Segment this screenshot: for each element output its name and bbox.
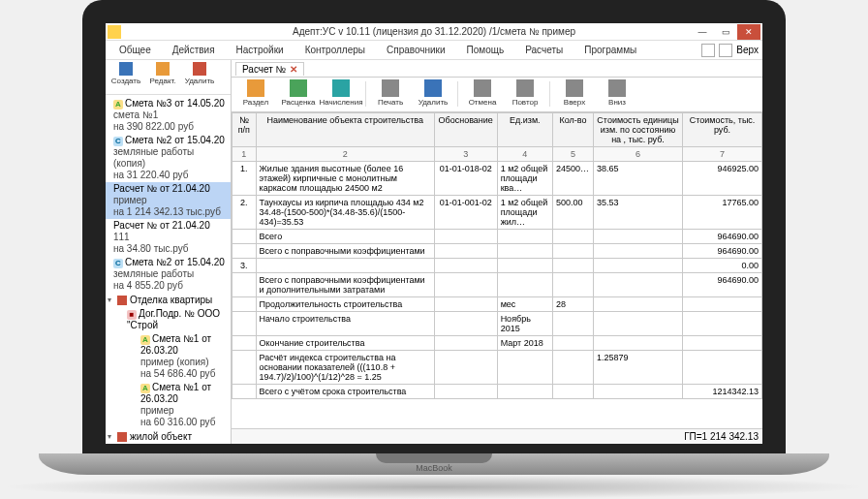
arrow-down-icon <box>608 79 626 97</box>
tb-undo[interactable]: Отмена <box>462 79 503 107</box>
arrow-up-icon <box>566 79 583 97</box>
minimize-button[interactable]: — <box>691 24 714 40</box>
tree-item[interactable]: АСмета №1 от 26.03.20примерна 60 316.00 … <box>133 381 231 429</box>
sidebar-create-button[interactable]: Создать <box>109 62 142 85</box>
laptop-label: MacBook <box>416 463 452 473</box>
table-row[interactable]: 3.0.00 <box>232 259 762 273</box>
tree-item[interactable]: АСмета №1 от 26.03.20пример (копия)на 54… <box>133 332 231 381</box>
rate-icon <box>290 79 307 97</box>
trash-icon <box>424 79 442 97</box>
window-title: Адепт:УС v 10.11 (лицензия до 31.12.2020… <box>293 26 575 37</box>
table-row[interactable]: Окончание строительстваМарт 2018 <box>232 336 762 351</box>
tab-close-icon[interactable]: ✕ <box>290 64 297 75</box>
maximize-button[interactable]: ▭ <box>714 24 737 40</box>
tb-redo[interactable]: Повтор <box>505 79 545 107</box>
menu-calc[interactable]: Расчеты <box>515 43 573 57</box>
calendar-button[interactable] <box>719 44 732 57</box>
delete-icon <box>193 62 206 76</box>
tab-label: Расчет № <box>242 64 286 75</box>
tb-delete[interactable]: Удалить <box>413 79 453 107</box>
menu-controllers[interactable]: Контроллеры <box>295 43 375 57</box>
table-row[interactable]: Начало строительстваНоябрь 2015 <box>232 312 762 336</box>
menu-help[interactable]: Помощь <box>457 43 514 57</box>
tb-print[interactable]: Печать <box>370 79 411 107</box>
tree-item[interactable]: ■Дог.Подр. № ООО "Строй <box>119 307 231 332</box>
status-total: ГП=1 214 342.13 <box>684 431 759 442</box>
tb-section[interactable]: Раздел <box>235 79 276 107</box>
grid-mode-button[interactable] <box>701 44 715 57</box>
menubar: Общее Действия Настройки Контроллеры Спр… <box>106 41 762 60</box>
tree-item[interactable]: ССмета №2 от 15.04.20 земляные работы (к… <box>106 134 231 182</box>
statusbar: ГП=1 214 342.13 <box>232 428 762 444</box>
tree-folder[interactable]: ▾Отделка квартиры <box>106 293 231 307</box>
col-qty[interactable]: Кол-во <box>552 113 593 147</box>
table-row[interactable]: Расчёт индекса строительства на основани… <box>232 351 762 385</box>
tb-rate[interactable]: Расценка <box>278 79 319 107</box>
col-unit[interactable]: Ед.изм. <box>497 113 552 147</box>
tab-estimate[interactable]: Расчет № ✕ <box>235 62 304 76</box>
menu-refs[interactable]: Справочники <box>377 43 455 57</box>
col-basis[interactable]: Обоснование <box>434 113 497 147</box>
table-row[interactable]: Продолжительность строительствамес28 <box>232 297 762 312</box>
redo-icon <box>516 79 534 97</box>
toolbar: Раздел Расценка Начисления Печать Удалит… <box>232 78 762 112</box>
edit-icon <box>156 62 170 76</box>
create-icon <box>119 62 133 76</box>
table-row[interactable]: Всего с поправочными коэффициентами96469… <box>232 244 762 259</box>
table-row[interactable]: Всего964690.00 <box>232 230 762 244</box>
menu-actions[interactable]: Действия <box>163 43 225 57</box>
app-icon <box>108 25 121 39</box>
menu-settings[interactable]: Настройки <box>227 43 294 57</box>
sidebar-edit-button[interactable]: Редакт. <box>146 62 179 85</box>
sidebar-delete-button[interactable]: Удалить <box>183 62 216 85</box>
tb-accruals[interactable]: Начисления <box>321 79 361 107</box>
table-row[interactable]: Всего с поправочными коэффициентами и до… <box>232 273 762 297</box>
col-cost[interactable]: Стоимость, тыс. руб. <box>683 113 762 147</box>
menu-programs[interactable]: Программы <box>574 43 646 57</box>
tb-down[interactable]: Вниз <box>597 79 637 107</box>
close-button[interactable]: ✕ <box>737 24 760 40</box>
folder-icon <box>117 432 127 442</box>
print-icon <box>382 79 399 97</box>
undo-icon <box>474 79 491 97</box>
section-icon <box>247 79 264 97</box>
project-tree[interactable]: АСмета №3 от 14.05.20 смета №1на 390 822… <box>106 95 231 444</box>
titlebar: Адепт:УС v 10.11 (лицензия до 31.12.2020… <box>106 23 762 41</box>
col-name[interactable]: Наименование объекта строительства <box>256 113 434 147</box>
menu-general[interactable]: Общее <box>109 43 161 57</box>
tree-item[interactable]: Расчет № от 21.04.20111на 34.80 тыс.руб <box>106 219 231 256</box>
folder-icon <box>117 296 127 305</box>
tree-item-selected[interactable]: Расчет № от 21.04.20примерна 1 214 342.1… <box>106 182 231 219</box>
sidebar: Создать Редакт. Удалить АСмета №3 от 14.… <box>106 60 232 444</box>
estimate-grid[interactable]: № п/п Наименование объекта строительства… <box>232 112 762 399</box>
tb-up[interactable]: Вверх <box>554 79 595 107</box>
table-row[interactable]: 1.Жилые здания высотные (более 16 этажей… <box>232 162 762 196</box>
table-row[interactable]: 2.Таунхаусы из кирпича площадью 434 м234… <box>232 196 762 230</box>
accruals-icon <box>332 79 350 97</box>
table-row[interactable]: Всего с учётом срока строительства121434… <box>232 385 762 399</box>
tree-folder[interactable]: ▾жилой объект <box>106 429 231 444</box>
col-num[interactable]: № п/п <box>232 113 257 147</box>
col-unitcost[interactable]: Стоимость единицы изм. по состоянию на ,… <box>593 113 682 147</box>
top-button-label[interactable]: Верх <box>736 45 759 55</box>
tree-item[interactable]: ССмета №2 от 15.04.20 земляные работына … <box>106 256 231 293</box>
tree-item[interactable]: АСмета №3 от 14.05.20 смета №1на 390 822… <box>106 97 231 134</box>
